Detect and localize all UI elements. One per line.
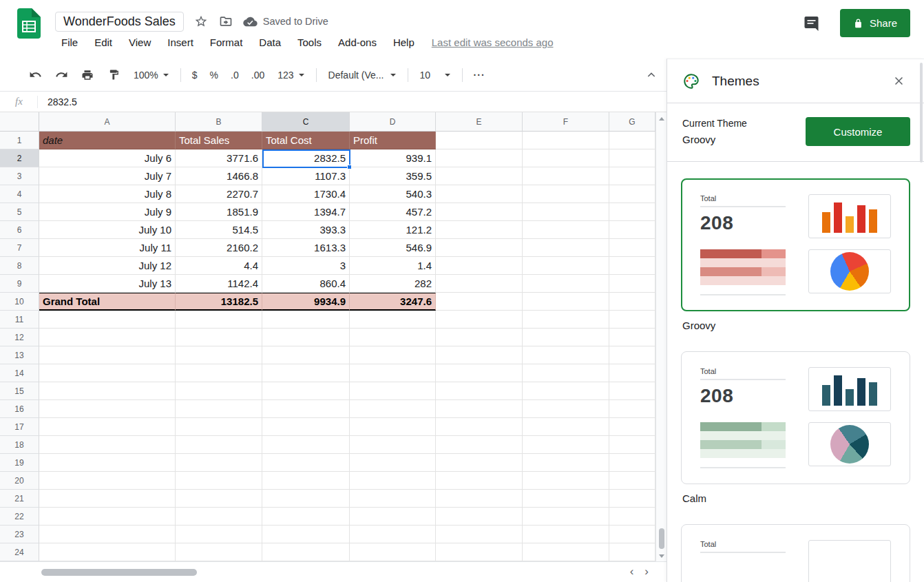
cell-E10[interactable] [436,293,523,311]
cell-E19[interactable] [436,454,523,472]
theme-card-partial[interactable]: Total [681,524,910,582]
column-header-A[interactable]: A [39,112,176,132]
undo-icon[interactable] [22,66,48,84]
cell-E7[interactable] [436,239,523,257]
cell-E6[interactable] [436,221,523,239]
row-header-11[interactable]: 11 [0,311,39,329]
cell-G18[interactable] [609,436,655,454]
cell-C10[interactable]: 9934.9 [262,293,350,311]
row-header-14[interactable]: 14 [0,364,39,382]
cell-G7[interactable] [609,239,655,257]
cell-C20[interactable] [262,472,350,490]
vertical-scrollbar[interactable] [655,112,666,561]
cell-B3[interactable]: 1466.8 [176,167,262,185]
menu-data[interactable]: Data [258,35,282,50]
menu-edit[interactable]: Edit [94,35,113,50]
horizontal-scrollbar-thumb[interactable] [41,569,197,576]
cell-D15[interactable] [350,382,436,400]
cell-E13[interactable] [436,346,523,364]
cell-B11[interactable] [176,311,262,329]
cell-B5[interactable]: 1851.9 [176,203,262,221]
cell-B1[interactable]: Total Sales [176,132,262,149]
cell-F22[interactable] [523,508,609,526]
cell-A4[interactable]: July 8 [39,185,176,203]
cell-F7[interactable] [523,239,609,257]
vertical-scrollbar-thumb[interactable] [659,528,664,549]
cell-E18[interactable] [436,436,523,454]
cell-A20[interactable] [39,472,176,490]
cell-F1[interactable] [523,132,609,149]
column-header-C[interactable]: C [262,112,350,132]
cell-D14[interactable] [350,364,436,382]
cell-B10[interactable]: 13182.5 [176,293,262,311]
row-header-24[interactable]: 24 [0,543,39,561]
font-select[interactable]: Default (Ve... [322,70,403,81]
row-header-19[interactable]: 19 [0,454,39,472]
row-header-20[interactable]: 20 [0,472,39,490]
formula-bar-value[interactable]: 2832.5 [48,96,77,107]
font-size-select[interactable]: 10 [413,70,457,81]
cell-F10[interactable] [523,293,609,311]
row-header-9[interactable]: 9 [0,275,39,293]
cell-E24[interactable] [436,543,523,561]
cell-A3[interactable]: July 7 [39,167,176,185]
zoom-select[interactable]: 100% [127,70,176,81]
cell-F24[interactable] [523,543,609,561]
cell-C3[interactable]: 1107.3 [262,167,350,185]
cell-C6[interactable]: 393.3 [262,221,350,239]
cell-D6[interactable]: 121.2 [350,221,436,239]
cell-G10[interactable] [609,293,655,311]
customize-button[interactable]: Customize [806,117,910,146]
cell-F5[interactable] [523,203,609,221]
cell-E23[interactable] [436,526,523,543]
theme-card-calm[interactable]: Total208 [681,351,910,484]
cell-E12[interactable] [436,329,523,346]
cell-G9[interactable] [609,275,655,293]
cell-B16[interactable] [176,400,262,418]
cell-D4[interactable]: 540.3 [350,185,436,203]
comment-icon[interactable] [804,15,821,32]
menu-help[interactable]: Help [392,35,415,50]
cell-F3[interactable] [523,167,609,185]
row-header-8[interactable]: 8 [0,257,39,275]
cell-G2[interactable] [609,149,655,167]
cell-G16[interactable] [609,400,655,418]
cell-B21[interactable] [176,490,262,508]
row-header-2[interactable]: 2 [0,149,39,167]
redo-icon[interactable] [48,66,74,84]
cell-F12[interactable] [523,329,609,346]
cell-A16[interactable] [39,400,176,418]
menu-add-ons[interactable]: Add-ons [337,35,377,50]
cell-C24[interactable] [262,543,350,561]
menu-file[interactable]: File [61,35,78,50]
cell-F23[interactable] [523,526,609,543]
cell-D13[interactable] [350,346,436,364]
cell-C17[interactable] [262,418,350,436]
cell-D23[interactable] [350,526,436,543]
cell-C18[interactable] [262,436,350,454]
cell-D18[interactable] [350,436,436,454]
theme-card-groovy[interactable]: Total208 [681,178,910,311]
format-percent-button[interactable]: % [204,70,224,81]
cell-G23[interactable] [609,526,655,543]
cell-E5[interactable] [436,203,523,221]
cell-A24[interactable] [39,543,176,561]
scroll-right-icon[interactable]: › [644,565,649,579]
cell-C22[interactable] [262,508,350,526]
cell-E9[interactable] [436,275,523,293]
cell-B13[interactable] [176,346,262,364]
cell-C11[interactable] [262,311,350,329]
cell-G5[interactable] [609,203,655,221]
cell-E17[interactable] [436,418,523,436]
more-toolbar-icon[interactable]: ··· [468,70,492,81]
cell-C12[interactable] [262,329,350,346]
cell-E2[interactable] [436,149,523,167]
cell-B20[interactable] [176,472,262,490]
cell-C13[interactable] [262,346,350,364]
collapse-toolbar-icon[interactable] [646,70,657,81]
cell-C7[interactable]: 1613.3 [262,239,350,257]
format-currency-button[interactable]: $ [186,70,204,81]
row-header-23[interactable]: 23 [0,526,39,543]
cell-B7[interactable]: 2160.2 [176,239,262,257]
cell-G17[interactable] [609,418,655,436]
